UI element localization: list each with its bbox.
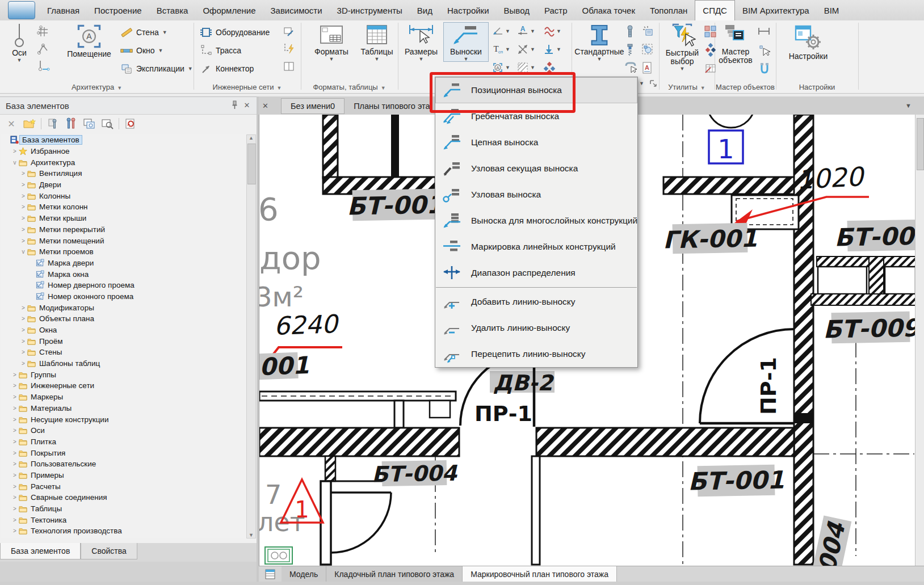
- equipment-extra-button[interactable]: [283, 25, 295, 37]
- menu-tab-Вывод[interactable]: Вывод: [497, 0, 537, 20]
- tree-expand-icon[interactable]: >: [19, 360, 27, 367]
- tree-item[interactable]: >Модификаторы: [1, 302, 246, 313]
- close-icon[interactable]: ✕: [242, 100, 252, 110]
- standard-group-chevron[interactable]: ▼: [639, 81, 644, 86]
- tree-item[interactable]: >Расчеты: [1, 481, 246, 492]
- tree-expand-icon[interactable]: >: [11, 506, 19, 512]
- group-label-settings[interactable]: Настройки: [776, 83, 858, 91]
- menu-item-3[interactable]: Узловая секущая выноска: [435, 155, 637, 182]
- tree-item[interactable]: >Сварные соединения: [1, 492, 246, 503]
- tree-expand-icon[interactable]: >: [19, 305, 27, 311]
- tree-expand-icon[interactable]: >: [11, 372, 19, 378]
- quick-select-button[interactable]: Быстрый выбор ▼: [662, 23, 703, 71]
- new-folder-icon[interactable]: [23, 117, 36, 131]
- group-label-utilities[interactable]: Утилиты▼: [659, 83, 715, 91]
- tree-item[interactable]: Марка двери: [1, 258, 246, 269]
- a-doc-button[interactable]: A: [641, 61, 653, 75]
- canvas-scrollbar-thumb[interactable]: [917, 118, 924, 170]
- clamp-button[interactable]: [758, 62, 771, 76]
- equipment-button[interactable]: Оборудование: [200, 26, 270, 39]
- angle-leader-button[interactable]: ▼: [492, 25, 510, 37]
- tree-expand-icon[interactable]: >: [11, 148, 19, 154]
- panel-scrollbar[interactable]: ▲▼: [246, 134, 256, 538]
- menu-tab-Вид[interactable]: Вид: [410, 0, 440, 20]
- canvas-scrollbar[interactable]: [915, 115, 924, 566]
- app-logo[interactable]: [8, 1, 35, 19]
- tree-item[interactable]: >Группы: [1, 369, 246, 380]
- tree-expand-icon[interactable]: >: [19, 204, 27, 210]
- group-label-object-master[interactable]: Мастер объектов: [715, 83, 776, 91]
- menu-item-10[interactable]: Перецепить линию-выноску: [435, 341, 637, 367]
- tree-expand-icon[interactable]: >: [19, 226, 27, 233]
- delete-icon[interactable]: ✕: [5, 117, 18, 131]
- menu-item-7[interactable]: Диапазон распределения: [435, 260, 637, 286]
- route-button[interactable]: Трасса: [200, 44, 241, 57]
- menu-tab-3D-инструменты[interactable]: 3D-инструменты: [330, 0, 410, 20]
- tree-item[interactable]: Номер дверного проема: [1, 280, 246, 291]
- a-marker-button[interactable]: A▼: [516, 25, 535, 37]
- tree-item[interactable]: >Стены: [1, 347, 246, 358]
- tree-item[interactable]: >Объекты плана: [1, 313, 246, 325]
- tree-collapse-icon[interactable]: v: [11, 159, 19, 166]
- doc-tabs-dropdown-icon[interactable]: ▼: [905, 102, 912, 109]
- route-lightning-button[interactable]: [283, 42, 295, 54]
- tree-expand-icon[interactable]: >: [11, 472, 19, 478]
- settings-button[interactable]: Настройки: [784, 24, 832, 61]
- preview-icon[interactable]: [100, 117, 114, 131]
- tree-expand-icon[interactable]: >: [11, 528, 19, 534]
- refresh-icon[interactable]: [124, 117, 137, 131]
- tree-item[interactable]: >Инженерные сети: [1, 380, 246, 392]
- panel-tab-0[interactable]: База элементов: [0, 543, 81, 559]
- tree-expand-icon[interactable]: >: [11, 382, 19, 389]
- tree-expand-icon[interactable]: >: [19, 182, 27, 188]
- tree-item[interactable]: >Несущие конструкции: [1, 414, 246, 425]
- connector-button[interactable]: Коннектор: [200, 62, 254, 75]
- tree-expand-icon[interactable]: >: [11, 439, 19, 445]
- bolts-icon[interactable]: [64, 117, 78, 131]
- menu-tab-Топоплан[interactable]: Топоплан: [642, 0, 695, 20]
- tree-item[interactable]: >Оси: [1, 425, 246, 436]
- tree-expand-icon[interactable]: >: [11, 416, 19, 423]
- tree-item[interactable]: >Пользовательские: [1, 458, 246, 470]
- tree-item[interactable]: >Вентиляция: [1, 168, 246, 179]
- tree-expand-icon[interactable]: >: [19, 327, 27, 333]
- group-label-formats[interactable]: Форматы, таблицы▼: [301, 83, 398, 91]
- axes-button[interactable]: Оси ▼: [5, 23, 34, 62]
- doc-tab-0[interactable]: Без имени0: [281, 98, 345, 114]
- tables-button[interactable]: Таблицы ▼: [357, 23, 397, 61]
- wavy-lines-button[interactable]: ▼: [543, 25, 561, 37]
- schedules-button[interactable]: Экспликации▼: [120, 62, 193, 75]
- tree-expand-icon[interactable]: >: [11, 461, 19, 467]
- layout-tab-0[interactable]: Модель: [282, 566, 326, 582]
- tree-item[interactable]: >Колонны: [1, 190, 246, 201]
- pin-icon[interactable]: [229, 100, 240, 110]
- split-rect-button[interactable]: [283, 60, 295, 73]
- dimensions-button[interactable]: Размеры ▼: [401, 23, 442, 61]
- tree-expand-icon[interactable]: >: [11, 517, 19, 523]
- tree-item[interactable]: >Метки перекрытий: [1, 224, 246, 235]
- table-edit-button[interactable]: [704, 61, 717, 75]
- a-frame-button[interactable]: A▼: [492, 61, 510, 74]
- tree-expand-icon[interactable]: >: [19, 315, 27, 322]
- hatch-area-button[interactable]: ▼: [516, 61, 535, 74]
- tree-expand-icon[interactable]: >: [11, 450, 19, 456]
- tree-item[interactable]: >Таблицы: [1, 503, 246, 515]
- diamond-pair-button[interactable]: [704, 43, 717, 57]
- copy-window-icon[interactable]: [82, 117, 96, 131]
- tree-item[interactable]: >Двери: [1, 179, 246, 191]
- menu-tab-Облака точек[interactable]: Облака точек: [574, 0, 642, 20]
- tree-expand-icon[interactable]: >: [19, 238, 27, 244]
- layout-list-icon[interactable]: [259, 566, 282, 582]
- tree-item[interactable]: >Тектоника: [1, 514, 246, 525]
- group-label-architecture[interactable]: Архитектура▼: [0, 83, 194, 91]
- room-button[interactable]: A Помещение: [61, 23, 117, 58]
- tree-expand-icon[interactable]: >: [19, 338, 27, 344]
- menu-tab-Построение[interactable]: Построение: [87, 0, 149, 20]
- gear-box-button[interactable]: [641, 25, 654, 37]
- axis-cross-button[interactable]: ▼: [516, 43, 535, 56]
- menu-item-9[interactable]: Удалить линию-выноску: [435, 315, 637, 341]
- menu-item-8[interactable]: Добавить линию-выноску: [435, 289, 637, 315]
- menu-tab-Зависимости[interactable]: Зависимости: [263, 0, 330, 20]
- group-label-engineering[interactable]: Инженерные сети▼: [194, 83, 301, 91]
- scrollbar-thumb[interactable]: [247, 144, 256, 184]
